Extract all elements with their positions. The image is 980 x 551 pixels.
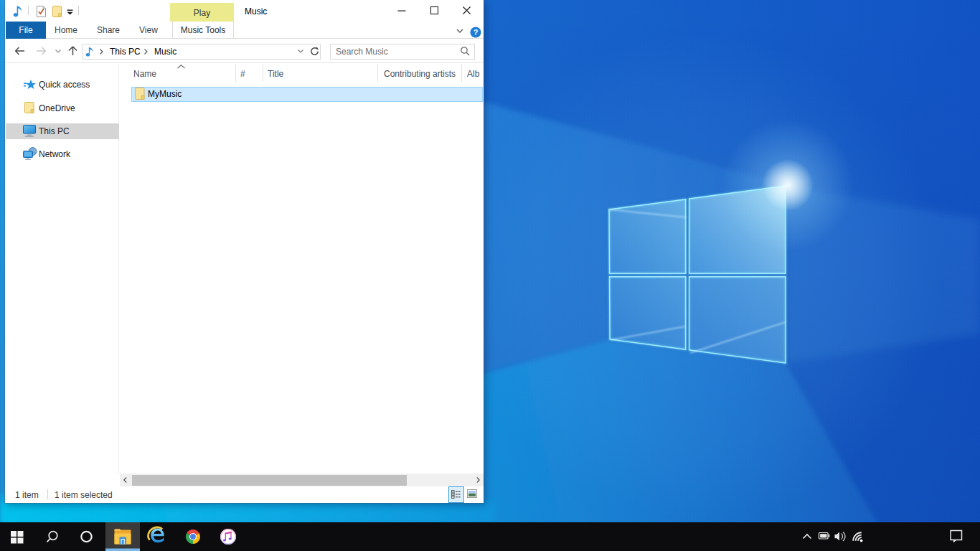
svg-text:?: ? [473,28,479,37]
